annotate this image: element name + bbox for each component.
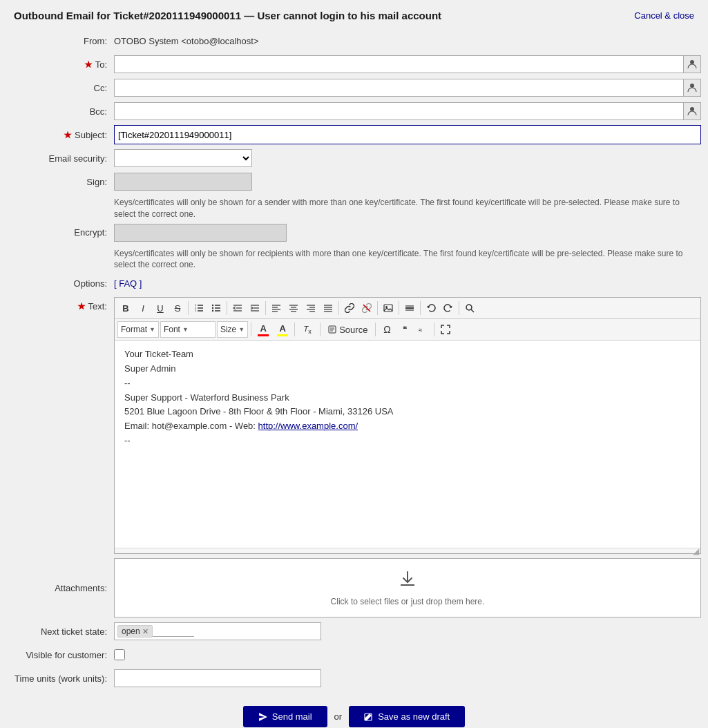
cc-input[interactable]	[114, 79, 683, 97]
italic-button[interactable]: I	[135, 300, 151, 316]
fullscreen-button[interactable]	[437, 321, 454, 338]
to-input[interactable]	[114, 55, 683, 73]
draft-icon	[364, 712, 374, 722]
editor-line7: --	[124, 434, 691, 448]
email-security-select[interactable]	[114, 149, 252, 167]
unordered-list-button[interactable]	[208, 300, 224, 316]
remove-format-button[interactable]: Tx	[298, 321, 317, 338]
person-icon-bcc	[687, 106, 697, 116]
to-label: ★ To:	[7, 59, 114, 70]
bcc-input[interactable]	[114, 102, 683, 120]
undo-button[interactable]	[423, 300, 439, 316]
save-draft-label: Save as new draft	[378, 711, 450, 722]
unlink-button[interactable]	[358, 300, 375, 316]
undo-icon	[426, 303, 436, 313]
underline-button[interactable]: U	[152, 300, 169, 316]
text-label: ★ Text:	[7, 297, 114, 312]
editor-line3: --	[124, 376, 691, 391]
font-color-indicator	[258, 334, 269, 336]
source-icon	[328, 325, 336, 334]
save-draft-button[interactable]: Save as new draft	[349, 706, 465, 727]
sep4	[338, 301, 339, 315]
strikethrough-button[interactable]: S	[169, 300, 186, 316]
state-badge: open ✕	[117, 625, 153, 638]
web-link[interactable]: http://www.example.com/	[258, 421, 358, 431]
svg-point-12	[212, 305, 213, 306]
attachments-label: Attachments:	[7, 583, 114, 593]
encrypt-row: Encrypt:	[7, 223, 701, 242]
editor-line5: 5201 Blue Lagoon Drive - 8th Floor & 9th…	[124, 405, 691, 419]
cc-icon-btn[interactable]	[683, 79, 701, 97]
align-left-button[interactable]	[268, 300, 285, 316]
align-center-button[interactable]	[285, 300, 302, 316]
link-button[interactable]	[341, 300, 358, 316]
next-ticket-state-row: Next ticket state: open ✕	[7, 622, 701, 641]
unlink-icon	[362, 303, 372, 313]
subject-input[interactable]	[114, 125, 701, 144]
state-search-input[interactable]	[153, 626, 194, 637]
source-label: Source	[339, 325, 367, 335]
bg-color-indicator	[277, 334, 288, 336]
state-remove-button[interactable]: ✕	[142, 627, 149, 636]
bg-color-button[interactable]: A	[274, 321, 291, 338]
size-label: Size	[220, 325, 236, 334]
visible-customer-row: Visible for customer:	[7, 645, 701, 664]
image-button[interactable]	[380, 300, 396, 316]
omega-button[interactable]: Ω	[379, 321, 395, 338]
cancel-close-link[interactable]: Cancel & close	[634, 10, 694, 21]
editor-resize-handle[interactable]: ◢	[115, 548, 700, 553]
svg-point-0	[690, 60, 694, 64]
bcc-row: Bcc:	[7, 102, 701, 121]
editor-toolbar-row2: Format ▼ Font ▼ Size ▼ A	[115, 319, 700, 341]
special-char-button[interactable]: ≈	[414, 321, 431, 338]
to-icon-btn[interactable]	[683, 55, 701, 73]
from-label: From:	[7, 36, 114, 46]
editor-toolbar-row1: B I U S 1 2 3	[115, 298, 700, 319]
quote-button[interactable]: ❝	[396, 321, 413, 338]
visible-customer-checkbox[interactable]	[114, 649, 125, 660]
time-units-row: Time units (work units):	[7, 669, 701, 688]
hr-button[interactable]	[401, 300, 418, 316]
font-dropdown[interactable]: Font ▼	[160, 321, 216, 338]
bcc-label: Bcc:	[7, 106, 114, 117]
faq-link[interactable]: [ FAQ ]	[114, 278, 142, 289]
editor-content-area[interactable]: Your Ticket-Team Super Admin -- Super Su…	[115, 341, 700, 548]
sep8	[459, 301, 459, 315]
ordered-list-button[interactable]: 1 2 3	[191, 300, 207, 316]
sep3	[265, 301, 266, 315]
send-mail-button[interactable]: Send mail	[243, 706, 327, 727]
send-mail-label: Send mail	[272, 711, 312, 722]
source-button[interactable]: Source	[323, 321, 372, 338]
svg-rect-38	[384, 305, 392, 312]
person-icon-cc	[687, 83, 697, 93]
bold-button[interactable]: B	[117, 300, 134, 316]
format-label: Format	[121, 325, 147, 334]
align-justify-button[interactable]	[320, 300, 336, 316]
sep10	[294, 323, 295, 336]
attachments-area[interactable]: Click to select files or just drop them …	[114, 558, 701, 617]
find-icon	[465, 303, 475, 313]
from-row: From: OTOBO System <otobo@localhost>	[7, 31, 701, 50]
format-dropdown[interactable]: Format ▼	[117, 321, 159, 338]
options-row: Options: [ FAQ ]	[7, 274, 701, 293]
indent-more-button[interactable]	[247, 300, 263, 316]
align-center-icon	[289, 303, 298, 313]
indent-less-button[interactable]	[229, 300, 246, 316]
redo-icon	[443, 303, 453, 313]
cc-row: Cc:	[7, 78, 701, 97]
align-right-button[interactable]	[303, 300, 319, 316]
unordered-list-icon	[211, 303, 221, 313]
align-justify-icon	[323, 303, 333, 313]
state-value: open	[122, 626, 140, 636]
find-button[interactable]	[461, 300, 478, 316]
time-units-input[interactable]	[114, 669, 321, 687]
font-arrow: ▼	[182, 326, 189, 333]
font-color-button[interactable]: A	[254, 321, 272, 338]
redo-button[interactable]	[440, 300, 457, 316]
text-row: ★ Text: B I U S 1 2	[7, 297, 701, 554]
person-icon	[687, 59, 697, 69]
page-title: Outbound Email for Ticket#20201119490000…	[14, 10, 441, 21]
sep12	[375, 323, 376, 336]
bcc-icon-btn[interactable]	[683, 102, 701, 120]
size-dropdown[interactable]: Size ▼	[217, 321, 248, 338]
